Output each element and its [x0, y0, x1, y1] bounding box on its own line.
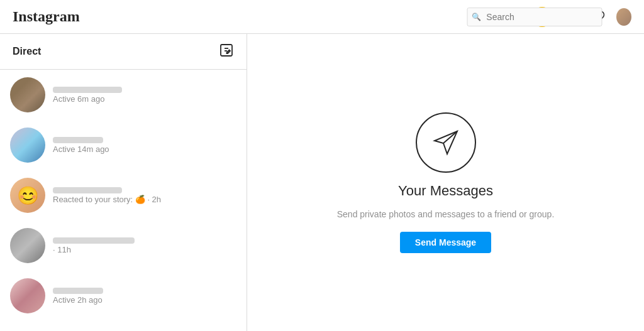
- conv-status: Active 2h ago: [53, 295, 236, 305]
- conversation-item[interactable]: Active 2h ago: [0, 271, 247, 321]
- conv-info: Active 6m ago: [53, 87, 236, 104]
- sidebar: Direct Active 6m ago: [0, 34, 247, 331]
- conv-name-redacted: [53, 288, 103, 294]
- conversation-item[interactable]: · 11h: [0, 220, 247, 271]
- messages-title: Your Messages: [398, 183, 493, 199]
- search-container: 🔍: [467, 8, 602, 26]
- avatar-face: 😊: [10, 178, 45, 213]
- conv-name-redacted: [53, 137, 103, 143]
- profile-avatar[interactable]: [616, 9, 631, 24]
- svg-rect-4: [221, 45, 232, 56]
- messages-send-icon: [416, 112, 476, 173]
- conv-info: · 11h: [53, 237, 236, 254]
- compose-icon[interactable]: [219, 43, 234, 60]
- conv-info: Active 2h ago: [53, 288, 236, 305]
- main-content: Direct Active 6m ago: [0, 34, 644, 331]
- conversation-item[interactable]: Active 6m ago: [0, 70, 247, 120]
- conv-name-redacted: [53, 237, 135, 244]
- avatar: [10, 228, 45, 263]
- search-icon: 🔍: [472, 13, 481, 21]
- avatar: [10, 128, 45, 163]
- conversation-item[interactable]: 😊 Reacted to your story: 🍊 · 2h: [0, 170, 247, 220]
- conv-status: Reacted to your story: 🍊 · 2h: [53, 195, 236, 204]
- conv-status: Active 6m ago: [53, 94, 236, 104]
- conv-status: · 11h: [53, 245, 236, 254]
- send-message-button[interactable]: Send Message: [400, 232, 491, 253]
- avatar: 😊: [10, 178, 45, 213]
- sidebar-title: Direct: [13, 46, 41, 57]
- conversation-item[interactable]: Active 14m ago: [0, 120, 247, 170]
- conv-info: Active 14m ago: [53, 137, 236, 154]
- header: Instagram 🔍: [0, 0, 644, 34]
- avatar: [10, 278, 45, 313]
- conv-name-redacted: [53, 87, 122, 93]
- instagram-logo: Instagram: [13, 8, 80, 25]
- avatar: [10, 77, 45, 112]
- conv-info: Reacted to your story: 🍊 · 2h: [53, 187, 236, 204]
- sidebar-header: Direct: [0, 34, 247, 70]
- conv-status: Active 14m ago: [53, 144, 236, 154]
- conversation-list: Active 6m ago Active 14m ago 😊 Reacted t: [0, 70, 247, 331]
- search-input[interactable]: [467, 8, 602, 26]
- messages-subtitle: Send private photos and messages to a fr…: [337, 209, 555, 219]
- right-panel: Your Messages Send private photos and me…: [247, 34, 644, 331]
- conv-name-redacted: [53, 187, 122, 193]
